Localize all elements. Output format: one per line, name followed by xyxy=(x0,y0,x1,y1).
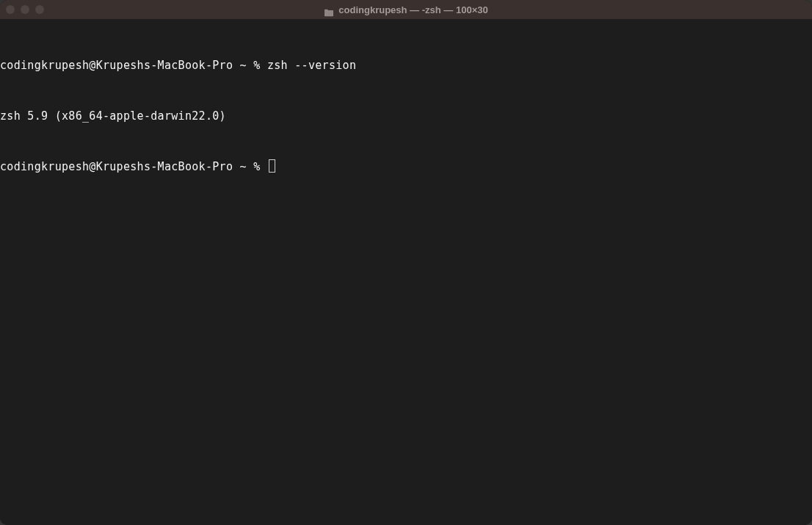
folder-icon xyxy=(324,6,334,14)
command-text: zsh --version xyxy=(267,59,356,72)
traffic-lights xyxy=(0,5,44,14)
terminal-line: zsh 5.9 (x86_64-apple-darwin22.0) xyxy=(0,108,812,125)
zoom-button[interactable] xyxy=(35,5,44,14)
window-titlebar[interactable]: codingkrupesh — -zsh — 100×30 xyxy=(0,0,812,19)
output-text: zsh 5.9 (x86_64-apple-darwin22.0) xyxy=(0,109,226,123)
terminal-window: codingkrupesh — -zsh — 100×30 codingkrup… xyxy=(0,0,812,525)
terminal-body[interactable]: codingkrupesh@Krupeshs-MacBook-Pro ~ % z… xyxy=(0,19,812,525)
window-title: codingkrupesh — -zsh — 100×30 xyxy=(338,4,487,15)
terminal-line: codingkrupesh@Krupeshs-MacBook-Pro ~ % xyxy=(0,159,812,175)
window-title-area: codingkrupesh — -zsh — 100×30 xyxy=(0,4,812,15)
close-button[interactable] xyxy=(6,5,15,14)
terminal-line: codingkrupesh@Krupeshs-MacBook-Pro ~ % z… xyxy=(0,57,812,74)
prompt: codingkrupesh@Krupeshs-MacBook-Pro ~ % xyxy=(0,59,267,72)
minimize-button[interactable] xyxy=(21,5,29,14)
prompt: codingkrupesh@Krupeshs-MacBook-Pro ~ % xyxy=(0,160,267,173)
cursor xyxy=(269,159,275,173)
